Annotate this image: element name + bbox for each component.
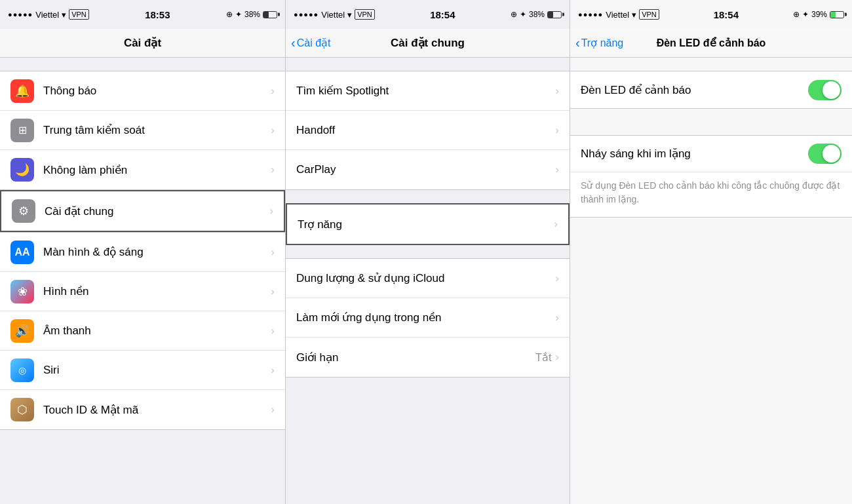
sound-chevron: ›: [271, 324, 275, 338]
status-left-3: ●●●●● Viettel ▾ VPN: [578, 9, 659, 20]
nav-title-1: Cài đặt: [124, 36, 161, 50]
battery-percent-1: 38%: [244, 10, 260, 19]
spotlight-label: Tìm kiếm Spotlight: [296, 84, 555, 98]
battery-fill-1: [263, 12, 269, 18]
location-icon-3: ⊕: [793, 10, 800, 19]
display-chevron: ›: [271, 246, 275, 259]
restrictions-chevron: ›: [555, 351, 559, 364]
control-center-label: Trung tâm kiểm soát: [43, 123, 271, 137]
sound-label: Âm thanh: [43, 324, 271, 338]
panel-settings-main: ●●●●● Viettel ▾ VPN 18:53 ⊕ ✦ 38% Cài đặ…: [0, 0, 286, 504]
spacer-3b: [570, 122, 852, 135]
status-bar-1: ●●●●● Viettel ▾ VPN 18:53 ⊕ ✦ 38%: [0, 0, 285, 29]
spacer-1: [0, 58, 285, 71]
spacer-3: [570, 58, 852, 71]
list-item-notifications[interactable]: 🔔 Thông báo ›: [0, 71, 285, 111]
list-item-restrictions[interactable]: Giới hạn Tắt ›: [286, 338, 570, 377]
carrier-1: Viettel: [35, 10, 59, 20]
sound-icon: 🔊: [10, 319, 34, 343]
status-bar-2: ●●●●● Viettel ▾ VPN 18:54 ⊕ ✦ 38%: [286, 0, 570, 29]
time-3: 18:54: [714, 9, 739, 20]
back-button-2[interactable]: ‹ Cài đặt: [291, 37, 330, 49]
spotlight-chevron: ›: [555, 85, 559, 98]
signal-dots-3: ●●●●●: [578, 10, 603, 18]
setting-row-led: Đèn LED để cảnh báo: [570, 71, 852, 108]
nav-title-3: Đèn LED để cảnh báo: [657, 37, 766, 49]
notifications-chevron: ›: [271, 85, 275, 98]
battery-bar-1: [263, 11, 277, 18]
siri-icon: ◎: [10, 359, 34, 382]
spacer-2: [286, 58, 570, 71]
spacer-2b: [286, 245, 570, 258]
wallpaper-chevron: ›: [271, 285, 275, 298]
setting-row-flash: Nháy sáng khi im lặng: [570, 136, 852, 172]
siri-chevron: ›: [271, 364, 275, 377]
notifications-icon: 🔔: [10, 79, 34, 103]
list-item-general[interactable]: ⚙ Cài đặt chung ›: [1, 191, 284, 231]
accessibility-label: Trợ năng: [298, 218, 554, 231]
vpn-badge-1: VPN: [69, 9, 89, 20]
control-center-chevron: ›: [271, 124, 275, 137]
list-item-handoff[interactable]: Handoff ›: [286, 111, 570, 150]
restrictions-value: Tắt: [535, 351, 551, 364]
display-icon: AA: [10, 241, 34, 264]
list-item-control-center[interactable]: ⊞ Trung tâm kiểm soát ›: [0, 111, 285, 150]
general-icon: ⚙: [12, 199, 35, 223]
siri-label: Siri: [43, 364, 271, 377]
list-item-sound[interactable]: 🔊 Âm thanh ›: [0, 311, 285, 351]
general-label: Cài đặt chung: [45, 204, 269, 218]
general-list-2: Dung lượng & sử dụng iCloud › Làm mới ứn…: [286, 258, 570, 378]
flash-toggle[interactable]: [808, 144, 842, 164]
carplay-label: CarPlay: [296, 163, 555, 176]
list-item-wallpaper[interactable]: ❀ Hình nền ›: [0, 272, 285, 311]
back-chevron-3: ‹: [575, 36, 580, 49]
location-icon-1: ⊕: [226, 10, 233, 19]
bluetooth-icon-1: ✦: [235, 10, 242, 19]
nav-bar-3: ‹ Trợ năng Đèn LED để cảnh báo: [570, 29, 852, 58]
carrier-3: Viettel: [606, 10, 629, 20]
battery-percent-2: 38%: [529, 10, 545, 19]
flash-description: Sử dụng Đèn LED cho cảnh báo khi công tắ…: [570, 172, 852, 217]
carplay-chevron: ›: [555, 163, 559, 176]
led-setting-label: Đèn LED để cảnh báo: [581, 83, 808, 97]
settings-list-2: AA Màn hình & độ sáng › ❀ Hình nền › 🔊 Â…: [0, 232, 285, 430]
panel-led-alert: ●●●●● Viettel ▾ VPN 18:54 ⊕ ✦ 39% ‹ Trợ …: [570, 0, 852, 504]
nav-bar-1: Cài đặt: [0, 29, 285, 58]
flash-setting-label: Nháy sáng khi im lặng: [581, 147, 808, 161]
battery-bar-3: [830, 11, 844, 18]
panel-general-settings: ●●●●● Viettel ▾ VPN 18:54 ⊕ ✦ 38% ‹ Cài …: [286, 0, 570, 504]
back-label-3: Trợ năng: [581, 37, 624, 49]
handoff-chevron: ›: [555, 124, 559, 137]
back-button-3[interactable]: ‹ Trợ năng: [575, 37, 623, 49]
list-item-background-refresh[interactable]: Làm mới ứng dụng trong nền ›: [286, 298, 570, 338]
list-item-icloud[interactable]: Dung lượng & sử dụng iCloud ›: [286, 259, 570, 298]
list-item-display[interactable]: AA Màn hình & độ sáng ›: [0, 233, 285, 272]
battery-fill-2: [548, 12, 553, 18]
list-item-siri[interactable]: ◎ Siri ›: [0, 351, 285, 390]
list-item-dnd[interactable]: 🌙 Không làm phiền ›: [0, 150, 285, 189]
status-right-1: ⊕ ✦ 38%: [226, 10, 277, 19]
status-bar-3: ●●●●● Viettel ▾ VPN 18:54 ⊕ ✦ 39%: [570, 0, 852, 29]
notifications-label: Thông báo: [43, 85, 271, 98]
nav-bar-2: ‹ Cài đặt Cài đặt chung: [286, 29, 570, 58]
battery-fill-3: [830, 12, 836, 18]
list-item-accessibility[interactable]: Trợ năng ›: [287, 204, 568, 244]
carrier-2: Viettel: [321, 10, 345, 20]
flash-toggle-knob: [823, 145, 840, 163]
wifi-icon-3: ▾: [632, 10, 636, 20]
led-toggle[interactable]: [808, 80, 842, 100]
bg-refresh-label: Làm mới ứng dụng trong nền: [296, 311, 555, 324]
list-item-touchid[interactable]: ⬡ Touch ID & Mật mã ›: [0, 390, 285, 429]
touchid-icon: ⬡: [10, 398, 34, 421]
bg-refresh-chevron: ›: [555, 311, 559, 324]
back-label-2: Cài đặt: [297, 37, 331, 49]
handoff-label: Handoff: [296, 124, 555, 137]
list-item-carplay[interactable]: CarPlay ›: [286, 150, 570, 189]
bluetooth-icon-3: ✦: [802, 10, 809, 19]
touchid-chevron: ›: [271, 403, 275, 416]
led-settings-group: Đèn LED để cảnh báo: [570, 71, 852, 109]
status-right-3: ⊕ ✦ 39%: [793, 10, 844, 19]
control-center-icon: ⊞: [10, 119, 34, 142]
nav-title-2: Cài đặt chung: [391, 36, 465, 50]
list-item-spotlight[interactable]: Tìm kiếm Spotlight ›: [286, 71, 570, 111]
